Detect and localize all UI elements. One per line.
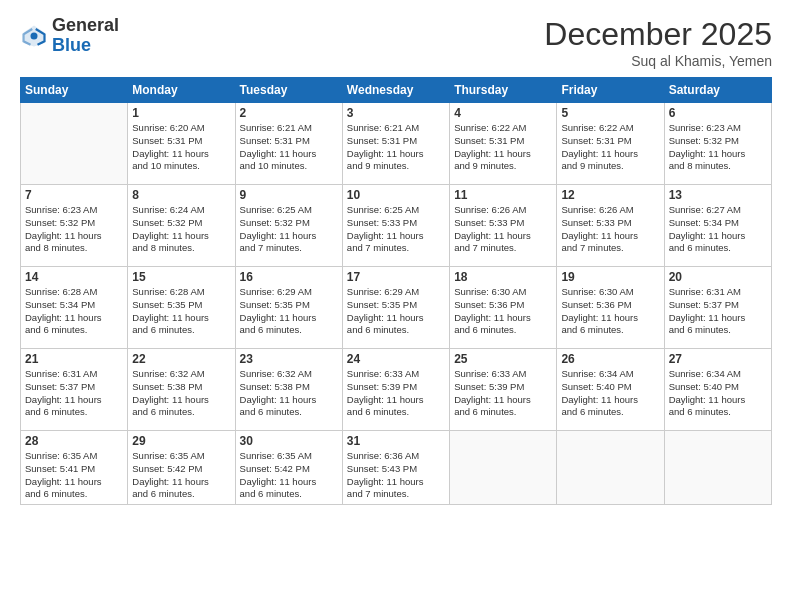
calendar-cell: 26Sunrise: 6:34 AM Sunset: 5:40 PM Dayli…: [557, 349, 664, 431]
calendar-week-5: 28Sunrise: 6:35 AM Sunset: 5:41 PM Dayli…: [21, 431, 772, 505]
logo-text: General Blue: [52, 16, 119, 56]
day-info: Sunrise: 6:30 AM Sunset: 5:36 PM Dayligh…: [454, 286, 552, 337]
calendar-cell: 28Sunrise: 6:35 AM Sunset: 5:41 PM Dayli…: [21, 431, 128, 505]
day-info: Sunrise: 6:35 AM Sunset: 5:42 PM Dayligh…: [240, 450, 338, 501]
calendar-cell: 11Sunrise: 6:26 AM Sunset: 5:33 PM Dayli…: [450, 185, 557, 267]
col-header-friday: Friday: [557, 78, 664, 103]
day-info: Sunrise: 6:29 AM Sunset: 5:35 PM Dayligh…: [347, 286, 445, 337]
calendar-cell: 29Sunrise: 6:35 AM Sunset: 5:42 PM Dayli…: [128, 431, 235, 505]
day-number: 16: [240, 270, 338, 284]
calendar-header-row: SundayMondayTuesdayWednesdayThursdayFrid…: [21, 78, 772, 103]
day-number: 21: [25, 352, 123, 366]
day-number: 3: [347, 106, 445, 120]
calendar-cell: 10Sunrise: 6:25 AM Sunset: 5:33 PM Dayli…: [342, 185, 449, 267]
day-number: 6: [669, 106, 767, 120]
day-number: 9: [240, 188, 338, 202]
day-number: 29: [132, 434, 230, 448]
calendar-table: SundayMondayTuesdayWednesdayThursdayFrid…: [20, 77, 772, 505]
day-number: 12: [561, 188, 659, 202]
calendar-cell: 20Sunrise: 6:31 AM Sunset: 5:37 PM Dayli…: [664, 267, 771, 349]
day-number: 26: [561, 352, 659, 366]
day-info: Sunrise: 6:36 AM Sunset: 5:43 PM Dayligh…: [347, 450, 445, 501]
calendar-cell: 16Sunrise: 6:29 AM Sunset: 5:35 PM Dayli…: [235, 267, 342, 349]
day-info: Sunrise: 6:26 AM Sunset: 5:33 PM Dayligh…: [561, 204, 659, 255]
day-info: Sunrise: 6:25 AM Sunset: 5:33 PM Dayligh…: [347, 204, 445, 255]
day-info: Sunrise: 6:35 AM Sunset: 5:42 PM Dayligh…: [132, 450, 230, 501]
day-info: Sunrise: 6:23 AM Sunset: 5:32 PM Dayligh…: [669, 122, 767, 173]
day-info: Sunrise: 6:22 AM Sunset: 5:31 PM Dayligh…: [454, 122, 552, 173]
day-number: 10: [347, 188, 445, 202]
calendar-cell: 2Sunrise: 6:21 AM Sunset: 5:31 PM Daylig…: [235, 103, 342, 185]
col-header-wednesday: Wednesday: [342, 78, 449, 103]
day-number: 22: [132, 352, 230, 366]
day-info: Sunrise: 6:27 AM Sunset: 5:34 PM Dayligh…: [669, 204, 767, 255]
day-info: Sunrise: 6:21 AM Sunset: 5:31 PM Dayligh…: [240, 122, 338, 173]
calendar-cell: [557, 431, 664, 505]
day-info: Sunrise: 6:24 AM Sunset: 5:32 PM Dayligh…: [132, 204, 230, 255]
day-info: Sunrise: 6:28 AM Sunset: 5:35 PM Dayligh…: [132, 286, 230, 337]
calendar-cell: 8Sunrise: 6:24 AM Sunset: 5:32 PM Daylig…: [128, 185, 235, 267]
calendar-cell: 13Sunrise: 6:27 AM Sunset: 5:34 PM Dayli…: [664, 185, 771, 267]
day-info: Sunrise: 6:26 AM Sunset: 5:33 PM Dayligh…: [454, 204, 552, 255]
day-number: 28: [25, 434, 123, 448]
col-header-saturday: Saturday: [664, 78, 771, 103]
day-info: Sunrise: 6:30 AM Sunset: 5:36 PM Dayligh…: [561, 286, 659, 337]
day-number: 11: [454, 188, 552, 202]
page: General Blue December 2025 Suq al Khamis…: [0, 0, 792, 612]
calendar-cell: 19Sunrise: 6:30 AM Sunset: 5:36 PM Dayli…: [557, 267, 664, 349]
calendar-week-3: 14Sunrise: 6:28 AM Sunset: 5:34 PM Dayli…: [21, 267, 772, 349]
day-info: Sunrise: 6:34 AM Sunset: 5:40 PM Dayligh…: [561, 368, 659, 419]
day-number: 15: [132, 270, 230, 284]
day-number: 20: [669, 270, 767, 284]
calendar-week-2: 7Sunrise: 6:23 AM Sunset: 5:32 PM Daylig…: [21, 185, 772, 267]
location-subtitle: Suq al Khamis, Yemen: [544, 53, 772, 69]
day-number: 25: [454, 352, 552, 366]
header: General Blue December 2025 Suq al Khamis…: [20, 16, 772, 69]
calendar-cell: 5Sunrise: 6:22 AM Sunset: 5:31 PM Daylig…: [557, 103, 664, 185]
calendar-cell: [450, 431, 557, 505]
day-number: 4: [454, 106, 552, 120]
day-info: Sunrise: 6:23 AM Sunset: 5:32 PM Dayligh…: [25, 204, 123, 255]
calendar-cell: 4Sunrise: 6:22 AM Sunset: 5:31 PM Daylig…: [450, 103, 557, 185]
day-number: 31: [347, 434, 445, 448]
svg-point-1: [31, 32, 38, 39]
logo-icon: [20, 22, 48, 50]
day-info: Sunrise: 6:35 AM Sunset: 5:41 PM Dayligh…: [25, 450, 123, 501]
calendar-cell: 9Sunrise: 6:25 AM Sunset: 5:32 PM Daylig…: [235, 185, 342, 267]
calendar-cell: 1Sunrise: 6:20 AM Sunset: 5:31 PM Daylig…: [128, 103, 235, 185]
day-info: Sunrise: 6:32 AM Sunset: 5:38 PM Dayligh…: [240, 368, 338, 419]
title-block: December 2025 Suq al Khamis, Yemen: [544, 16, 772, 69]
day-info: Sunrise: 6:20 AM Sunset: 5:31 PM Dayligh…: [132, 122, 230, 173]
calendar-cell: 31Sunrise: 6:36 AM Sunset: 5:43 PM Dayli…: [342, 431, 449, 505]
day-info: Sunrise: 6:21 AM Sunset: 5:31 PM Dayligh…: [347, 122, 445, 173]
calendar-cell: 27Sunrise: 6:34 AM Sunset: 5:40 PM Dayli…: [664, 349, 771, 431]
col-header-thursday: Thursday: [450, 78, 557, 103]
calendar-cell: 17Sunrise: 6:29 AM Sunset: 5:35 PM Dayli…: [342, 267, 449, 349]
calendar-cell: 21Sunrise: 6:31 AM Sunset: 5:37 PM Dayli…: [21, 349, 128, 431]
day-number: 1: [132, 106, 230, 120]
day-info: Sunrise: 6:33 AM Sunset: 5:39 PM Dayligh…: [347, 368, 445, 419]
day-number: 8: [132, 188, 230, 202]
day-number: 19: [561, 270, 659, 284]
day-number: 13: [669, 188, 767, 202]
day-number: 14: [25, 270, 123, 284]
day-number: 17: [347, 270, 445, 284]
col-header-sunday: Sunday: [21, 78, 128, 103]
day-number: 7: [25, 188, 123, 202]
day-info: Sunrise: 6:31 AM Sunset: 5:37 PM Dayligh…: [669, 286, 767, 337]
day-info: Sunrise: 6:31 AM Sunset: 5:37 PM Dayligh…: [25, 368, 123, 419]
day-number: 24: [347, 352, 445, 366]
calendar-cell: 7Sunrise: 6:23 AM Sunset: 5:32 PM Daylig…: [21, 185, 128, 267]
day-info: Sunrise: 6:25 AM Sunset: 5:32 PM Dayligh…: [240, 204, 338, 255]
calendar-cell: 22Sunrise: 6:32 AM Sunset: 5:38 PM Dayli…: [128, 349, 235, 431]
calendar-cell: 14Sunrise: 6:28 AM Sunset: 5:34 PM Dayli…: [21, 267, 128, 349]
calendar-cell: 25Sunrise: 6:33 AM Sunset: 5:39 PM Dayli…: [450, 349, 557, 431]
logo: General Blue: [20, 16, 119, 56]
calendar-week-4: 21Sunrise: 6:31 AM Sunset: 5:37 PM Dayli…: [21, 349, 772, 431]
calendar-cell: 12Sunrise: 6:26 AM Sunset: 5:33 PM Dayli…: [557, 185, 664, 267]
day-number: 27: [669, 352, 767, 366]
calendar-cell: 3Sunrise: 6:21 AM Sunset: 5:31 PM Daylig…: [342, 103, 449, 185]
calendar-cell: 18Sunrise: 6:30 AM Sunset: 5:36 PM Dayli…: [450, 267, 557, 349]
calendar-cell: 24Sunrise: 6:33 AM Sunset: 5:39 PM Dayli…: [342, 349, 449, 431]
calendar-cell: [21, 103, 128, 185]
